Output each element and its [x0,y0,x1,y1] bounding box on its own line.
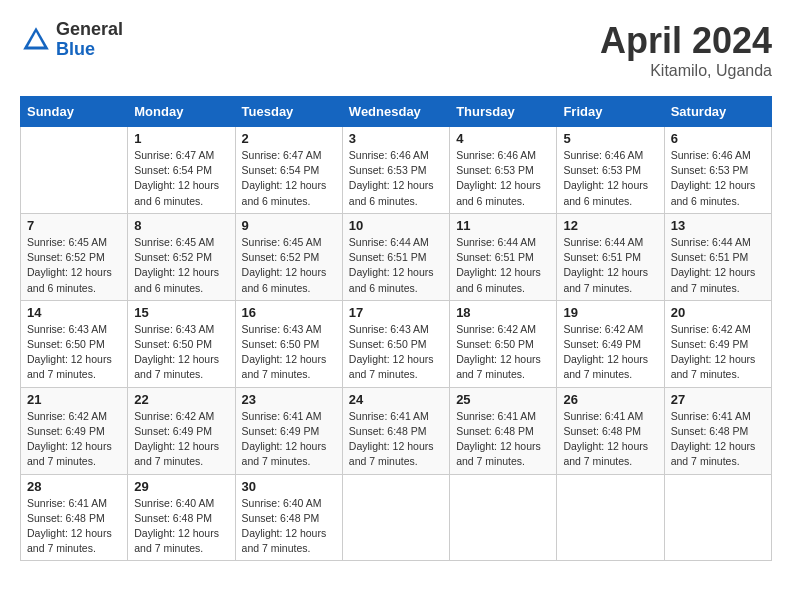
day-info: Sunrise: 6:42 AM Sunset: 6:49 PM Dayligh… [563,322,657,383]
day-number: 29 [134,479,228,494]
day-info: Sunrise: 6:42 AM Sunset: 6:49 PM Dayligh… [134,409,228,470]
calendar-cell: 30Sunrise: 6:40 AM Sunset: 6:48 PM Dayli… [235,474,342,561]
logo-icon [20,24,52,56]
day-info: Sunrise: 6:45 AM Sunset: 6:52 PM Dayligh… [134,235,228,296]
day-number: 10 [349,218,443,233]
calendar-cell: 29Sunrise: 6:40 AM Sunset: 6:48 PM Dayli… [128,474,235,561]
day-number: 11 [456,218,550,233]
day-info: Sunrise: 6:44 AM Sunset: 6:51 PM Dayligh… [456,235,550,296]
day-info: Sunrise: 6:46 AM Sunset: 6:53 PM Dayligh… [563,148,657,209]
day-number: 9 [242,218,336,233]
calendar-cell: 15Sunrise: 6:43 AM Sunset: 6:50 PM Dayli… [128,300,235,387]
day-info: Sunrise: 6:44 AM Sunset: 6:51 PM Dayligh… [349,235,443,296]
calendar-week-row: 1Sunrise: 6:47 AM Sunset: 6:54 PM Daylig… [21,127,772,214]
column-header-sunday: Sunday [21,97,128,127]
calendar-cell: 13Sunrise: 6:44 AM Sunset: 6:51 PM Dayli… [664,213,771,300]
calendar-header-row: SundayMondayTuesdayWednesdayThursdayFrid… [21,97,772,127]
day-info: Sunrise: 6:40 AM Sunset: 6:48 PM Dayligh… [134,496,228,557]
day-number: 23 [242,392,336,407]
day-info: Sunrise: 6:43 AM Sunset: 6:50 PM Dayligh… [27,322,121,383]
calendar-table: SundayMondayTuesdayWednesdayThursdayFrid… [20,96,772,561]
day-info: Sunrise: 6:45 AM Sunset: 6:52 PM Dayligh… [27,235,121,296]
calendar-cell: 7Sunrise: 6:45 AM Sunset: 6:52 PM Daylig… [21,213,128,300]
calendar-cell: 24Sunrise: 6:41 AM Sunset: 6:48 PM Dayli… [342,387,449,474]
day-number: 5 [563,131,657,146]
day-info: Sunrise: 6:45 AM Sunset: 6:52 PM Dayligh… [242,235,336,296]
day-number: 13 [671,218,765,233]
column-header-friday: Friday [557,97,664,127]
day-number: 21 [27,392,121,407]
logo-text: General Blue [56,20,123,60]
day-info: Sunrise: 6:40 AM Sunset: 6:48 PM Dayligh… [242,496,336,557]
calendar-cell: 16Sunrise: 6:43 AM Sunset: 6:50 PM Dayli… [235,300,342,387]
calendar-cell: 22Sunrise: 6:42 AM Sunset: 6:49 PM Dayli… [128,387,235,474]
calendar-cell: 2Sunrise: 6:47 AM Sunset: 6:54 PM Daylig… [235,127,342,214]
day-number: 28 [27,479,121,494]
day-info: Sunrise: 6:41 AM Sunset: 6:48 PM Dayligh… [27,496,121,557]
calendar-week-row: 28Sunrise: 6:41 AM Sunset: 6:48 PM Dayli… [21,474,772,561]
calendar-cell: 23Sunrise: 6:41 AM Sunset: 6:49 PM Dayli… [235,387,342,474]
page-header: General Blue April 2024 Kitamilo, Uganda [20,20,772,80]
day-info: Sunrise: 6:44 AM Sunset: 6:51 PM Dayligh… [671,235,765,296]
day-number: 22 [134,392,228,407]
calendar-cell: 10Sunrise: 6:44 AM Sunset: 6:51 PM Dayli… [342,213,449,300]
calendar-cell: 1Sunrise: 6:47 AM Sunset: 6:54 PM Daylig… [128,127,235,214]
day-number: 7 [27,218,121,233]
day-number: 1 [134,131,228,146]
day-info: Sunrise: 6:41 AM Sunset: 6:49 PM Dayligh… [242,409,336,470]
day-number: 6 [671,131,765,146]
day-info: Sunrise: 6:43 AM Sunset: 6:50 PM Dayligh… [349,322,443,383]
day-number: 12 [563,218,657,233]
calendar-cell: 5Sunrise: 6:46 AM Sunset: 6:53 PM Daylig… [557,127,664,214]
calendar-cell: 28Sunrise: 6:41 AM Sunset: 6:48 PM Dayli… [21,474,128,561]
column-header-saturday: Saturday [664,97,771,127]
location: Kitamilo, Uganda [600,62,772,80]
calendar-week-row: 7Sunrise: 6:45 AM Sunset: 6:52 PM Daylig… [21,213,772,300]
logo: General Blue [20,20,123,60]
day-number: 18 [456,305,550,320]
calendar-cell: 25Sunrise: 6:41 AM Sunset: 6:48 PM Dayli… [450,387,557,474]
calendar-cell: 9Sunrise: 6:45 AM Sunset: 6:52 PM Daylig… [235,213,342,300]
calendar-week-row: 21Sunrise: 6:42 AM Sunset: 6:49 PM Dayli… [21,387,772,474]
calendar-cell: 17Sunrise: 6:43 AM Sunset: 6:50 PM Dayli… [342,300,449,387]
day-number: 16 [242,305,336,320]
calendar-cell: 26Sunrise: 6:41 AM Sunset: 6:48 PM Dayli… [557,387,664,474]
day-number: 2 [242,131,336,146]
day-info: Sunrise: 6:41 AM Sunset: 6:48 PM Dayligh… [671,409,765,470]
day-info: Sunrise: 6:42 AM Sunset: 6:49 PM Dayligh… [27,409,121,470]
day-number: 4 [456,131,550,146]
day-info: Sunrise: 6:41 AM Sunset: 6:48 PM Dayligh… [349,409,443,470]
calendar-cell: 12Sunrise: 6:44 AM Sunset: 6:51 PM Dayli… [557,213,664,300]
logo-general: General [56,20,123,40]
calendar-cell [664,474,771,561]
day-info: Sunrise: 6:47 AM Sunset: 6:54 PM Dayligh… [134,148,228,209]
calendar-cell: 19Sunrise: 6:42 AM Sunset: 6:49 PM Dayli… [557,300,664,387]
day-info: Sunrise: 6:42 AM Sunset: 6:50 PM Dayligh… [456,322,550,383]
day-number: 30 [242,479,336,494]
day-number: 26 [563,392,657,407]
calendar-cell: 20Sunrise: 6:42 AM Sunset: 6:49 PM Dayli… [664,300,771,387]
column-header-monday: Monday [128,97,235,127]
calendar-cell: 4Sunrise: 6:46 AM Sunset: 6:53 PM Daylig… [450,127,557,214]
calendar-cell: 21Sunrise: 6:42 AM Sunset: 6:49 PM Dayli… [21,387,128,474]
calendar-cell [21,127,128,214]
calendar-cell: 14Sunrise: 6:43 AM Sunset: 6:50 PM Dayli… [21,300,128,387]
day-number: 15 [134,305,228,320]
day-info: Sunrise: 6:46 AM Sunset: 6:53 PM Dayligh… [671,148,765,209]
day-info: Sunrise: 6:41 AM Sunset: 6:48 PM Dayligh… [563,409,657,470]
logo-blue: Blue [56,40,123,60]
calendar-week-row: 14Sunrise: 6:43 AM Sunset: 6:50 PM Dayli… [21,300,772,387]
calendar-cell: 27Sunrise: 6:41 AM Sunset: 6:48 PM Dayli… [664,387,771,474]
day-info: Sunrise: 6:46 AM Sunset: 6:53 PM Dayligh… [456,148,550,209]
day-info: Sunrise: 6:44 AM Sunset: 6:51 PM Dayligh… [563,235,657,296]
calendar-cell: 3Sunrise: 6:46 AM Sunset: 6:53 PM Daylig… [342,127,449,214]
day-number: 27 [671,392,765,407]
day-number: 17 [349,305,443,320]
day-number: 3 [349,131,443,146]
calendar-cell [450,474,557,561]
day-number: 24 [349,392,443,407]
calendar-cell: 18Sunrise: 6:42 AM Sunset: 6:50 PM Dayli… [450,300,557,387]
calendar-cell: 11Sunrise: 6:44 AM Sunset: 6:51 PM Dayli… [450,213,557,300]
column-header-thursday: Thursday [450,97,557,127]
day-info: Sunrise: 6:41 AM Sunset: 6:48 PM Dayligh… [456,409,550,470]
